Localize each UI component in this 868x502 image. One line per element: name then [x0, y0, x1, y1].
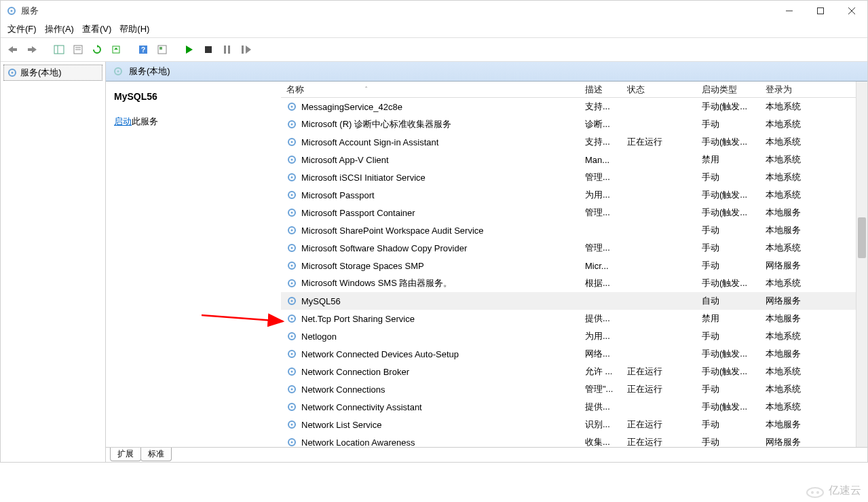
svg-point-45 — [291, 212, 293, 214]
svg-rect-25 — [228, 46, 230, 54]
service-name: Microsoft Passport — [301, 190, 375, 200]
list-header: 名称ˆ 描述 状态 启动类型 登录为 — [281, 82, 867, 98]
svg-point-65 — [291, 389, 293, 391]
svg-point-74 — [807, 488, 823, 497]
column-startup-type[interactable]: 启动类型 — [696, 84, 760, 96]
column-logon-as[interactable]: 登录为 — [760, 84, 821, 96]
service-row[interactable]: MessagingService_42c8e支持...手动(触发...本地系统 — [281, 98, 867, 115]
show-hide-tree-button[interactable] — [51, 41, 67, 58]
service-row[interactable]: Network Connectivity Assistant提供...手动(触发… — [281, 398, 867, 416]
service-desc: 支持... — [580, 136, 622, 148]
selected-service-name: MySQL56 — [114, 91, 276, 102]
menu-file[interactable]: 文件(F) — [7, 23, 37, 35]
svg-point-75 — [811, 491, 814, 494]
service-row[interactable]: Microsoft iSCSI Initiator Service管理...手动… — [281, 168, 867, 186]
svg-point-59 — [291, 336, 293, 338]
service-row[interactable]: Microsoft App-V ClientMan...禁用本地系统 — [281, 151, 867, 168]
service-row[interactable]: Microsoft SharePoint Workspace Audit Ser… — [281, 221, 867, 239]
service-row[interactable]: MySQL56自动网络服务 — [281, 292, 867, 310]
menu-view[interactable]: 查看(V) — [82, 23, 111, 35]
svg-rect-3 — [818, 8, 824, 14]
service-status: 正在运行 — [622, 136, 696, 148]
service-row[interactable]: Netlogon为用...手动本地系统 — [281, 327, 867, 345]
service-login: 本地系统 — [760, 277, 821, 289]
column-description[interactable]: 描述 — [580, 84, 622, 96]
service-startup: 手动(触发... — [696, 277, 760, 289]
restart-service-button[interactable] — [238, 41, 254, 58]
service-startup: 手动(触发... — [696, 189, 760, 201]
svg-point-71 — [291, 442, 293, 444]
column-status[interactable]: 状态 — [622, 84, 696, 96]
back-button[interactable] — [5, 41, 21, 58]
svg-point-51 — [291, 265, 293, 267]
svg-point-29 — [12, 72, 14, 74]
forward-button[interactable] — [24, 41, 40, 58]
tab-extended[interactable]: 扩展 — [110, 448, 141, 461]
service-name: Microsoft Account Sign-in Assistant — [301, 137, 438, 147]
minimize-button[interactable] — [774, 1, 805, 21]
gear-icon — [286, 137, 297, 147]
gear-icon — [286, 101, 297, 112]
export-list-button[interactable] — [108, 41, 124, 58]
service-row[interactable]: Network Connected Devices Auto-Setup网络..… — [281, 345, 867, 363]
service-login: 本地系统 — [760, 401, 821, 413]
service-row[interactable]: Microsoft (R) 诊断中心标准收集器服务诊断...手动本地系统 — [281, 115, 867, 133]
svg-text:?: ? — [141, 46, 145, 54]
svg-marker-22 — [186, 46, 193, 54]
svg-marker-6 — [8, 46, 13, 53]
service-row[interactable]: Network Connections管理"...正在运行手动本地系统 — [281, 380, 867, 398]
service-name: Network Connected Devices Auto-Setup — [301, 349, 459, 359]
properties-button[interactable] — [70, 41, 86, 58]
gear-icon — [286, 119, 297, 130]
service-startup: 手动 — [696, 383, 760, 395]
svg-point-1 — [11, 10, 13, 12]
svg-marker-27 — [246, 46, 251, 54]
service-desc: 管理"... — [580, 383, 622, 395]
svg-point-47 — [291, 230, 293, 232]
service-name: Microsoft Storage Spaces SMP — [301, 261, 424, 271]
service-row[interactable]: Microsoft Passport为用...手动(触发...本地系统 — [281, 186, 867, 204]
tree-node-services-local[interactable]: 服务(本地) — [3, 65, 102, 81]
service-desc: 提供... — [580, 401, 622, 413]
service-startup: 手动(触发... — [696, 348, 760, 360]
service-row[interactable]: Microsoft Storage Spaces SMPMicr...手动网络服… — [281, 257, 867, 274]
svg-point-43 — [291, 194, 293, 196]
stop-service-button[interactable] — [200, 41, 216, 58]
start-service-button[interactable] — [181, 41, 197, 58]
service-desc: 根据... — [580, 277, 622, 289]
menu-help[interactable]: 帮助(H) — [119, 23, 149, 35]
service-desc: Man... — [580, 155, 622, 165]
refresh-button[interactable] — [89, 41, 105, 58]
close-button[interactable] — [836, 1, 867, 21]
service-row[interactable]: Net.Tcp Port Sharing Service提供...禁用本地服务 — [281, 310, 867, 327]
service-row[interactable]: Network Connection Broker允许 ...正在运行手动(触发… — [281, 363, 867, 380]
service-login: 本地系统 — [760, 136, 821, 148]
gear-icon — [286, 331, 297, 342]
service-name: Net.Tcp Port Sharing Service — [301, 314, 415, 324]
scroll-thumb[interactable] — [858, 217, 866, 258]
service-row[interactable]: Network List Service识别...正在运行手动本地服务 — [281, 416, 867, 433]
tab-standard[interactable]: 标准 — [140, 448, 172, 461]
service-name: Microsoft App-V Client — [301, 155, 389, 165]
svg-point-37 — [291, 141, 293, 143]
service-row[interactable]: Microsoft Account Sign-in Assistant支持...… — [281, 133, 867, 151]
vertical-scrollbar[interactable] — [856, 82, 867, 447]
service-name: MessagingService_42c8e — [301, 102, 402, 112]
svg-point-35 — [291, 124, 293, 126]
help-button[interactable]: ? — [135, 41, 151, 58]
start-service-link[interactable]: 启动 — [114, 116, 132, 126]
service-row[interactable]: Microsoft Passport Container管理...手动(触发..… — [281, 204, 867, 221]
action-pane-button[interactable] — [154, 41, 170, 58]
service-row[interactable]: Microsoft Windows SMS 路由器服务。根据...手动(触发..… — [281, 274, 867, 292]
svg-rect-23 — [205, 46, 212, 53]
service-startup: 手动(触发... — [696, 401, 760, 413]
service-row[interactable]: Network Location Awareness收集...正在运行手动网络服… — [281, 433, 867, 447]
service-name: Network Connection Broker — [301, 367, 409, 377]
pause-service-button[interactable] — [219, 41, 235, 58]
service-desc: 识别... — [580, 418, 622, 431]
service-row[interactable]: Microsoft Software Shadow Copy Provider管… — [281, 239, 867, 257]
column-name[interactable]: 名称ˆ — [281, 84, 580, 96]
menu-action[interactable]: 操作(A) — [45, 23, 74, 35]
maximize-button[interactable] — [805, 1, 836, 21]
service-desc: 网络... — [580, 348, 622, 360]
